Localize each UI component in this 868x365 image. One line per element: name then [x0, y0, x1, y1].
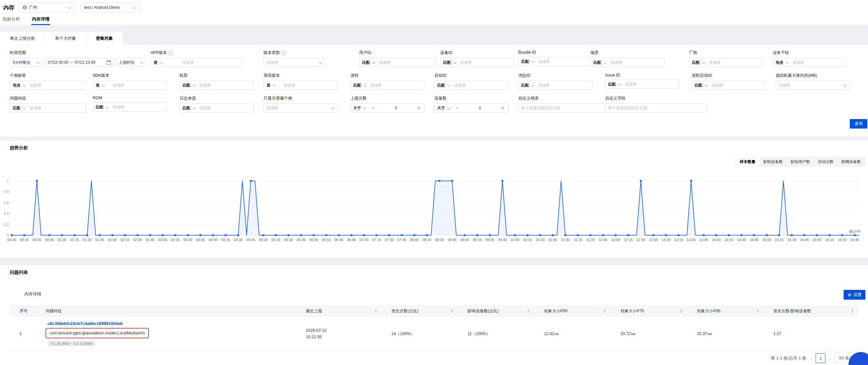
metric-tab[interactable]: 联网设备数 — [837, 157, 865, 166]
metric-tab[interactable]: 样本数量 — [736, 157, 760, 166]
filter-value-input[interactable]: 请选择 — [538, 83, 550, 88]
filter-value-input[interactable]: 请选择 — [460, 60, 472, 65]
tab-metric-analysis[interactable]: 指标分析 — [2, 14, 21, 25]
metric-tab[interactable]: 启动次数 — [814, 157, 837, 166]
sort-button[interactable] — [603, 309, 606, 313]
filter-select[interactable]: 请选择 — [264, 58, 326, 67]
filter-combo[interactable]: 匹配请选择 — [605, 80, 679, 89]
date-range-picker[interactable]: 07/22 00:00~07/22 23:59 — [45, 58, 114, 67]
filter-value-input[interactable]: 请选择 — [625, 82, 637, 87]
stepper-minus-button[interactable]: − — [370, 105, 375, 111]
filter-value-input[interactable]: 请选择 — [793, 60, 804, 65]
filter-label: 厂商 — [689, 50, 763, 56]
filter-select[interactable]: 请选择 — [264, 103, 338, 113]
operator-select[interactable]: 是 — [267, 83, 280, 88]
filter-value-input[interactable]: 请选择 — [30, 83, 41, 88]
subtab[interactable]: 单个大对象 — [45, 32, 86, 45]
operator-select[interactable]: 是 — [154, 60, 179, 65]
filter-combo[interactable]: 包含请选择 — [773, 58, 847, 67]
filter-value-input[interactable]: 请选择 — [199, 105, 211, 111]
metric-tab[interactable]: 影响设备数 — [760, 157, 787, 166]
operator-select[interactable]: 匹配 — [593, 60, 607, 65]
aggregation-select[interactable]: 5分钟聚合 — [10, 58, 43, 67]
sort-button[interactable] — [374, 309, 377, 313]
filter-value-input[interactable]: 请选择 — [113, 83, 124, 88]
filter-combo[interactable]: 是请选择 — [93, 81, 167, 90]
operator-select[interactable]: 匹配 — [362, 60, 376, 65]
filter-combo[interactable]: 匹配请选择 — [10, 103, 86, 113]
sort-button[interactable] — [851, 309, 854, 313]
filter-combo[interactable]: 匹配请选择 — [93, 102, 167, 112]
sort-button[interactable] — [527, 309, 530, 313]
operator-select[interactable]: 匹配 — [13, 105, 26, 111]
filter-combo[interactable]: 匹配请选择 — [518, 81, 592, 90]
filter-select[interactable]: 请选择 — [776, 81, 850, 90]
region-select[interactable]: 广州 — [19, 3, 75, 12]
operator-select[interactable]: 大于 — [437, 105, 451, 111]
next-page-button[interactable]: › — [829, 356, 832, 361]
sort-button[interactable] — [680, 309, 683, 313]
operator-select[interactable]: 匹配 — [692, 60, 706, 65]
operator-select[interactable]: 匹配 — [183, 105, 196, 111]
tab-memory-detail[interactable]: 内存详情 — [31, 14, 50, 25]
stepper-minus-button[interactable]: − — [454, 105, 459, 111]
prev-page-button[interactable]: ‹ — [809, 356, 812, 361]
filter-value-input[interactable]: 请选择 — [370, 83, 382, 88]
filter-combo[interactable]: 是请选择 — [151, 58, 242, 67]
filter-stepper[interactable]: 大于−0+ — [350, 103, 425, 113]
filter-value-input[interactable]: 请选择 — [113, 104, 124, 110]
sort-button[interactable] — [756, 309, 759, 313]
filter-value-input[interactable]: 请选择 — [709, 60, 721, 65]
operator-select[interactable]: 匹配 — [183, 83, 196, 88]
query-button[interactable]: 查询 — [850, 119, 867, 128]
operator-select[interactable]: 匹配 — [521, 59, 535, 64]
operator-select[interactable]: 匹配 — [443, 60, 457, 65]
filter-combo[interactable]: 匹配请选择 — [359, 58, 436, 67]
filter-value-input[interactable]: 请选择 — [379, 60, 391, 65]
filter-value-input[interactable]: 请选择 — [30, 105, 41, 111]
filter-combo[interactable]: 匹配请选择 — [180, 81, 254, 90]
filter-combo[interactable]: 匹配请选择 — [692, 81, 766, 90]
operator-select[interactable]: 匹配 — [521, 83, 535, 88]
filter-value-input[interactable]: 请选择 — [454, 83, 466, 88]
issue-id-link[interactable]: c8c355ebfc23cb7c4a6bc169891054eb — [48, 321, 123, 326]
operator-select[interactable]: 匹配 — [437, 83, 451, 88]
operator-select[interactable]: 匹配 — [608, 82, 622, 87]
sort-button[interactable] — [451, 309, 453, 313]
svg-text:13:30: 13:30 — [687, 238, 696, 242]
filter-input[interactable]: 多个值通过按回车分隔 — [518, 103, 620, 113]
settings-button[interactable]: ⚙ 设置 — [844, 290, 865, 300]
filter-stepper[interactable]: 大于−0+ — [434, 103, 508, 113]
stepper-plus-button[interactable]: + — [500, 105, 505, 111]
filter-combo[interactable]: 匹配请选择 — [180, 103, 254, 113]
subtab[interactable]: 密集对象 — [86, 32, 123, 45]
filter-combo[interactable]: 匹配请选择 — [434, 81, 508, 90]
operator-select[interactable]: 匹配 — [353, 83, 367, 88]
filter-combo[interactable]: 是请选择 — [264, 81, 338, 90]
filter-combo[interactable]: 匹配请选择 — [689, 58, 763, 67]
subtab[interactable]: 单次上报分析 — [0, 32, 45, 45]
operator-select[interactable]: 匹配 — [96, 104, 109, 110]
filter-combo[interactable]: 匹配请选择 — [590, 58, 665, 67]
time-mode-select[interactable]: 上报时间 — [116, 58, 146, 67]
current-page-button[interactable]: 1 — [816, 353, 826, 363]
operator-select[interactable]: 大于 — [353, 105, 367, 111]
operator-select[interactable]: 是 — [96, 83, 109, 88]
metric-tab[interactable]: 影响用户数 — [787, 157, 814, 166]
filter-combo[interactable]: 包含请选择 — [10, 81, 86, 90]
filter-value-input[interactable]: 请选择 — [610, 60, 622, 65]
filter-value-input[interactable]: 请选择 — [712, 83, 723, 88]
filter-value-input[interactable]: 请选择 — [199, 83, 211, 88]
project-select[interactable]: test / Android Demo — [81, 3, 140, 12]
filter-combo[interactable]: 匹配请选择 — [518, 57, 592, 66]
stepper-plus-button[interactable]: + — [416, 105, 422, 111]
operator-select[interactable]: 匹配 — [694, 83, 708, 88]
filter-input[interactable]: 多个值通过按回车分隔 — [605, 103, 707, 113]
filter-combo[interactable]: 匹配请选择 — [440, 58, 514, 67]
operator-select[interactable]: 包含 — [13, 83, 26, 88]
operator-select[interactable]: 包含 — [776, 60, 789, 65]
filter-combo[interactable]: 匹配请选择 — [350, 81, 425, 90]
filter-value-input[interactable]: 请选择 — [283, 83, 295, 88]
filter-value-input[interactable]: 请选择 — [182, 60, 194, 65]
filter-value-input[interactable]: 请选择 — [538, 59, 550, 64]
